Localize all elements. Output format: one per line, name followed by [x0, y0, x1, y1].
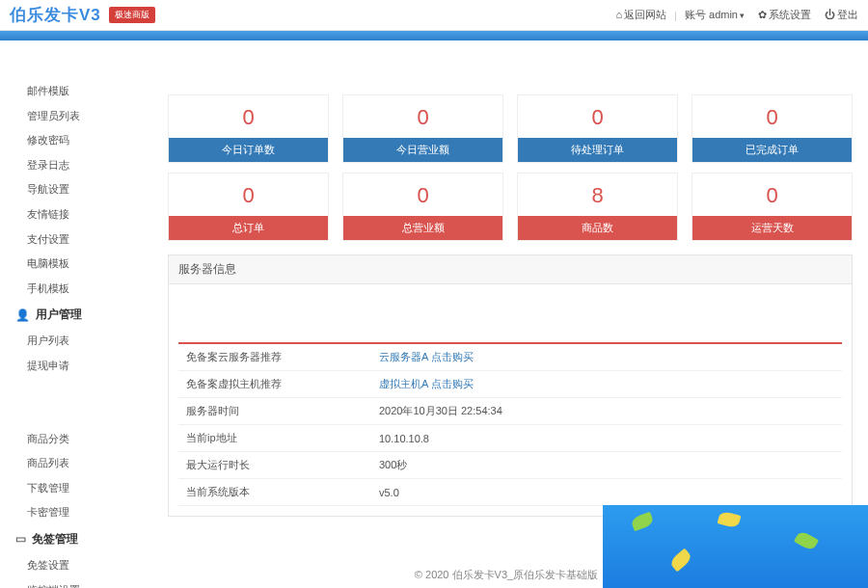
info-row: 当前系统版本v5.0 — [178, 479, 842, 506]
sidebar-item[interactable]: 手机模板 — [0, 277, 145, 302]
info-key: 当前ip地址 — [178, 425, 371, 452]
info-value: 2020年10月30日 22:54:34 — [371, 398, 842, 425]
info-row: 服务器时间2020年10月30日 22:54:34 — [178, 398, 842, 425]
sidebar: 邮件模版管理员列表修改密码登录日志导航设置友情链接支付设置电脑模板手机模板 👤用… — [0, 40, 145, 588]
info-key: 当前系统版本 — [178, 479, 371, 506]
sidebar-item[interactable]: 卡密管理 — [0, 500, 145, 525]
sidebar-item[interactable]: 登录日志 — [0, 153, 145, 178]
power-icon: ⏻ — [825, 9, 835, 20]
info-value: 云服务器A 点击购买 — [371, 343, 842, 371]
stat-card[interactable]: 0待处理订单 — [517, 94, 678, 163]
sidebar-item[interactable]: 邮件模版 — [0, 79, 145, 104]
info-value: 虚拟主机A 点击购买 — [371, 371, 842, 398]
logout-link[interactable]: ⏻登出 — [825, 8, 858, 22]
version-badge: 极速商版 — [109, 7, 155, 23]
stat-value: 0 — [518, 95, 677, 138]
stats-row-2: 0总订单0总营业额8商品数0运营天数 — [168, 173, 853, 241]
system-settings-link[interactable]: ✿系统设置 — [758, 8, 811, 22]
info-link[interactable]: 云服务器A 点击购买 — [379, 351, 474, 362]
info-key: 免备案虚拟主机推荐 — [178, 371, 371, 398]
stat-label: 商品数 — [518, 216, 677, 240]
account-dropdown[interactable]: 账号 admin▾ — [685, 8, 745, 22]
home-icon: ⌂ — [615, 9, 622, 20]
stat-card[interactable]: 0今日营业额 — [342, 94, 503, 163]
topbar: 伯乐发卡V3 极速商版 ⌂返回网站 | 账号 admin▾ ✿系统设置 ⏻登出 — [0, 0, 868, 31]
card-icon: ▭ — [15, 532, 26, 546]
info-key: 最大运行时长 — [178, 452, 371, 479]
stat-card[interactable]: 0运营天数 — [692, 173, 853, 241]
sidebar-item[interactable]: 友情链接 — [0, 202, 145, 227]
sidebar-header-user[interactable]: 👤用户管理 — [0, 301, 145, 329]
stat-value: 0 — [169, 95, 328, 138]
stat-label: 总营业额 — [343, 216, 502, 240]
info-key: 免备案云服务器推荐 — [178, 343, 371, 371]
floating-promo[interactable] — [603, 505, 868, 588]
stat-card[interactable]: 0总订单 — [168, 173, 329, 241]
sidebar-item[interactable]: 电脑模板 — [0, 252, 145, 277]
stat-value: 0 — [692, 174, 852, 216]
gear-icon: ✿ — [758, 9, 767, 20]
logo[interactable]: 伯乐发卡V3 — [10, 4, 101, 26]
info-key: 服务器时间 — [178, 398, 371, 425]
panel-header: 服务器信息 — [169, 255, 852, 284]
stat-label: 今日订单数 — [169, 138, 328, 162]
stat-label: 今日营业额 — [343, 138, 502, 162]
sidebar-item[interactable]: 下载管理 — [0, 476, 145, 501]
stat-label: 待处理订单 — [518, 138, 677, 162]
server-info-table: 免备案云服务器推荐云服务器A 点击购买免备案虚拟主机推荐虚拟主机A 点击购买服务… — [178, 342, 842, 506]
sidebar-item[interactable]: 商品列表 — [0, 451, 145, 476]
info-row: 免备案虚拟主机推荐虚拟主机A 点击购买 — [178, 371, 842, 398]
info-value: v5.0 — [371, 479, 842, 506]
stat-value: 0 — [692, 95, 852, 138]
sidebar-item[interactable]: 管理员列表 — [0, 104, 145, 129]
stat-card[interactable]: 0总营业额 — [342, 173, 503, 241]
stat-label: 总订单 — [169, 216, 328, 240]
stat-card[interactable]: 8商品数 — [517, 173, 678, 241]
stats-row-1: 0今日订单数0今日营业额0待处理订单0已完成订单 — [168, 94, 853, 163]
sidebar-item[interactable]: 导航设置 — [0, 177, 145, 202]
info-value: 300秒 — [371, 452, 842, 479]
stat-label: 已完成订单 — [692, 138, 852, 162]
topbar-right: ⌂返回网站 | 账号 admin▾ ✿系统设置 ⏻登出 — [615, 8, 858, 22]
sidebar-item[interactable]: 免签设置 — [0, 553, 145, 578]
topbar-left: 伯乐发卡V3 极速商版 — [10, 4, 155, 26]
stat-card[interactable]: 0今日订单数 — [168, 94, 329, 163]
info-row: 最大运行时长300秒 — [178, 452, 842, 479]
sidebar-item[interactable]: 用户列表 — [0, 329, 145, 354]
separator: | — [674, 10, 677, 21]
info-row: 免备案云服务器推荐云服务器A 点击购买 — [178, 343, 842, 371]
user-icon: 👤 — [15, 308, 30, 322]
stat-value: 0 — [343, 174, 502, 216]
stat-value: 0 — [343, 95, 502, 138]
return-site-link[interactable]: ⌂返回网站 — [615, 8, 666, 22]
stat-value: 0 — [169, 174, 328, 216]
stat-value: 8 — [518, 174, 677, 216]
sidebar-item[interactable]: 提现申请 — [0, 354, 145, 379]
sidebar-item[interactable]: 支付设置 — [0, 227, 145, 253]
server-info-panel: 服务器信息 免备案云服务器推荐云服务器A 点击购买免备案虚拟主机推荐虚拟主机A … — [168, 254, 853, 517]
stat-card[interactable]: 0已完成订单 — [692, 94, 853, 163]
sidebar-item[interactable]: 修改密码 — [0, 128, 145, 153]
stat-label: 运营天数 — [692, 216, 852, 240]
sidebar-item[interactable]: 监控端设置 — [0, 578, 145, 589]
sidebar-item[interactable]: 商品分类 — [0, 427, 145, 452]
info-row: 当前ip地址10.10.10.8 — [178, 425, 842, 452]
info-link[interactable]: 虚拟主机A 点击购买 — [379, 378, 474, 389]
caret-down-icon: ▾ — [740, 11, 745, 20]
info-value: 10.10.10.8 — [371, 425, 842, 452]
bluebar — [0, 31, 868, 40]
sidebar-header-sign[interactable]: ▭免签管理 — [0, 525, 145, 553]
